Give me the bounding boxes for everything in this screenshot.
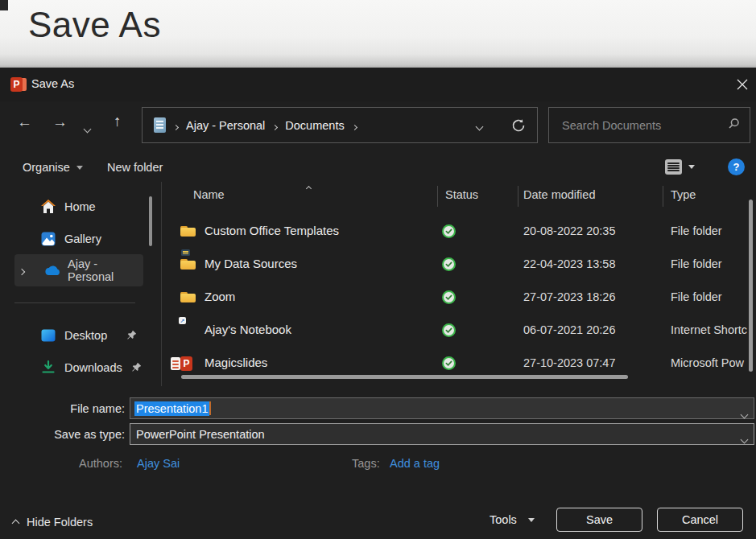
sidebar-item-downloads[interactable]: Downloads bbox=[14, 352, 143, 384]
column-separator[interactable] bbox=[518, 186, 518, 207]
chevron-up-icon bbox=[12, 520, 20, 528]
breadcrumb-separator-icon bbox=[174, 118, 178, 133]
new-folder-button[interactable]: New folder bbox=[107, 161, 163, 174]
downloads-icon bbox=[40, 360, 56, 376]
organise-button[interactable]: Organise bbox=[23, 161, 83, 174]
desktop-icon bbox=[40, 327, 56, 344]
sidebar-item-home[interactable]: Home bbox=[14, 191, 143, 223]
sidebar-item-label: Downloads bbox=[64, 361, 122, 374]
file-name-cell: Zoom bbox=[204, 290, 235, 303]
file-name-cell: My Data Sources bbox=[204, 257, 297, 270]
save-as-type-value: PowerPoint Presentation bbox=[136, 428, 265, 441]
tools-button[interactable]: Tools bbox=[490, 513, 535, 526]
file-row[interactable]: Zoom 27-07-2023 18:26 File folder bbox=[162, 281, 750, 314]
file-name-input[interactable]: Presentation1 bbox=[130, 397, 754, 419]
pin-icon bbox=[130, 362, 142, 373]
hide-folders-label: Hide Folders bbox=[27, 516, 93, 529]
save-as-dialog: P Save As ← → ↑ Ajay - Personal Document… bbox=[0, 68, 756, 539]
column-separator[interactable] bbox=[437, 186, 438, 207]
file-name-dropdown-chevron-icon[interactable] bbox=[742, 406, 747, 421]
type-cell: Microsoft Pow bbox=[671, 356, 750, 369]
tools-dropdown-icon bbox=[528, 518, 535, 522]
save-button[interactable]: Save bbox=[556, 508, 642, 532]
column-separator[interactable] bbox=[663, 186, 663, 207]
details-view-icon bbox=[665, 159, 682, 175]
recent-locations-chevron-icon[interactable] bbox=[85, 121, 90, 135]
file-name-cell: Magicslides bbox=[204, 356, 267, 369]
documents-folder-icon bbox=[154, 117, 166, 133]
gallery-icon bbox=[40, 231, 56, 247]
edge-shortcut-icon: ↗ bbox=[180, 323, 196, 338]
sync-status-icon bbox=[442, 323, 456, 337]
sidebar-item-label: Gallery bbox=[64, 232, 101, 245]
breadcrumb-item-ajay-personal[interactable]: Ajay - Personal bbox=[186, 119, 265, 132]
pin-icon bbox=[126, 330, 137, 341]
column-header-name[interactable]: Name bbox=[193, 188, 225, 201]
view-mode-button[interactable] bbox=[665, 159, 695, 175]
sync-status-icon bbox=[442, 290, 456, 304]
help-button[interactable]: ? bbox=[728, 158, 745, 175]
add-tag-link[interactable]: Add a tag bbox=[390, 457, 440, 470]
home-icon bbox=[40, 199, 56, 215]
refresh-icon[interactable] bbox=[511, 118, 526, 133]
sidebar-scrollbar[interactable] bbox=[149, 196, 152, 246]
up-arrow-icon[interactable]: ↑ bbox=[114, 113, 122, 129]
folder-icon bbox=[180, 290, 196, 305]
text-caret bbox=[209, 401, 211, 415]
onedrive-cloud-icon bbox=[43, 262, 60, 278]
back-arrow-icon[interactable]: ← bbox=[17, 114, 32, 130]
column-header-date-modified[interactable]: Date modified bbox=[523, 188, 595, 201]
file-row[interactable]: Custom Office Templates 20-08-2022 20:35… bbox=[162, 215, 750, 248]
hide-folders-button[interactable]: Hide Folders bbox=[13, 516, 93, 529]
sort-ascending-icon bbox=[307, 180, 311, 193]
tools-label: Tools bbox=[490, 513, 517, 526]
date-modified-cell: 27-10-2023 07:47 bbox=[523, 356, 616, 369]
view-dropdown-icon bbox=[688, 165, 695, 169]
search-icon[interactable] bbox=[728, 117, 740, 133]
search-input[interactable] bbox=[562, 119, 728, 132]
save-as-type-dropdown-chevron-icon[interactable] bbox=[742, 432, 747, 445]
close-icon[interactable] bbox=[731, 74, 754, 95]
date-modified-cell: 27-07-2023 18:26 bbox=[523, 290, 616, 303]
column-header-type[interactable]: Type bbox=[671, 188, 696, 201]
organise-dropdown-icon bbox=[76, 166, 83, 170]
breadcrumb-item-documents[interactable]: Documents bbox=[285, 119, 344, 132]
search-box[interactable] bbox=[548, 107, 750, 143]
column-header-status[interactable]: Status bbox=[445, 188, 478, 201]
sidebar-item-ajay-personal[interactable]: Ajay - Personal bbox=[14, 254, 143, 286]
vertical-scrollbar[interactable] bbox=[749, 200, 753, 372]
date-modified-cell: 06-07-2021 20:26 bbox=[523, 323, 616, 336]
expand-chevron-icon[interactable] bbox=[19, 264, 24, 277]
dialog-titlebar[interactable]: P Save As bbox=[0, 68, 756, 101]
sidebar-divider bbox=[14, 302, 135, 303]
cancel-button[interactable]: Cancel bbox=[657, 508, 743, 532]
breadcrumb-separator-icon bbox=[353, 118, 357, 133]
file-name-cell: Ajay's Notebook bbox=[204, 323, 291, 336]
horizontal-scrollbar[interactable] bbox=[181, 375, 628, 379]
authors-label: Authors: bbox=[79, 457, 122, 470]
sidebar-item-gallery[interactable]: Gallery bbox=[14, 223, 143, 255]
sidebar-item-label: Desktop bbox=[64, 329, 107, 342]
date-modified-cell: 22-04-2023 13:58 bbox=[523, 257, 616, 270]
address-dropdown-chevron-icon[interactable] bbox=[477, 118, 482, 133]
data-sources-folder-icon bbox=[180, 257, 196, 272]
file-name-cell: Custom Office Templates bbox=[204, 224, 339, 237]
authors-value[interactable]: Ajay Sai bbox=[137, 457, 180, 470]
forward-arrow-icon[interactable]: → bbox=[52, 114, 68, 130]
selected-text: Presentation1 bbox=[134, 401, 209, 416]
type-cell: File folder bbox=[671, 224, 750, 237]
breadcrumb[interactable]: Ajay - Personal Documents bbox=[142, 107, 538, 143]
tags-label: Tags: bbox=[352, 457, 380, 470]
sync-status-icon bbox=[442, 356, 456, 370]
date-modified-cell: 20-08-2022 20:35 bbox=[523, 224, 616, 237]
file-row[interactable]: My Data Sources 22-04-2023 13:58 File fo… bbox=[162, 248, 750, 281]
backstage-page-title: Save As bbox=[28, 5, 161, 45]
file-row[interactable]: ↗ Ajay's Notebook 06-07-2021 20:26 Inter… bbox=[162, 314, 750, 347]
folder-icon bbox=[180, 224, 196, 239]
sync-status-icon bbox=[442, 224, 456, 238]
breadcrumb-separator-icon bbox=[273, 118, 277, 133]
sidebar-item-label: Home bbox=[64, 200, 96, 213]
sidebar-item-desktop[interactable]: Desktop bbox=[14, 319, 143, 352]
save-as-type-select[interactable]: PowerPoint Presentation bbox=[130, 423, 754, 445]
powerpoint-file-icon: P bbox=[180, 356, 196, 371]
